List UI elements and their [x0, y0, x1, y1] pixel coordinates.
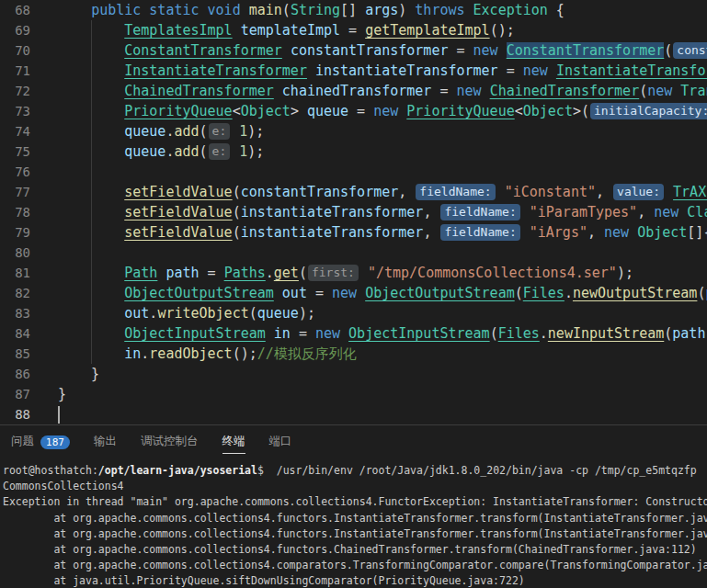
code-token: Files: [523, 285, 564, 301]
code-token: PriorityQueue: [124, 103, 232, 119]
code-line[interactable]: 68 public static void main(String[] args…: [0, 0, 707, 20]
code-token: new: [332, 285, 357, 301]
line-number: 74: [0, 121, 58, 141]
code-token: (: [200, 123, 208, 140]
code-token: (: [299, 265, 307, 281]
code-text: ObjectInputStream in = new ObjectInputSt…: [58, 323, 707, 344]
problems-count-badge: 187: [40, 435, 70, 449]
terminal-text: at org.apache.commons.collections4.compa…: [3, 559, 707, 571]
code-token: constantTransformer: [241, 184, 399, 200]
code-text: queue.add(e: 1);: [58, 141, 707, 162]
line-number: 80: [0, 243, 58, 263]
code-token: ,: [423, 204, 439, 220]
code-token: queue: [124, 143, 165, 160]
panel-tab-ports[interactable]: 端口: [269, 430, 292, 454]
code-line[interactable]: 84 ObjectInputStream in = new ObjectInpu…: [0, 323, 707, 344]
panel-tab-debug-console[interactable]: 调试控制台: [141, 430, 199, 454]
code-editor[interactable]: 68 public static void main(String[] args…: [0, 0, 707, 424]
line-number: 68: [0, 0, 58, 20]
code-line[interactable]: 72 ChainedTransformer chainedTransformer…: [0, 81, 707, 101]
terminal-output[interactable]: root@hosthatch:/opt/learn-java/ysoserial…: [0, 458, 707, 588]
terminal-text: CommonsCollections4: [3, 480, 124, 492]
code-token: [233, 22, 241, 39]
code-token: {: [548, 2, 564, 18]
terminal-text: /opt/learn-java/ysoserial: [98, 464, 257, 477]
code-text: in.readObject();//模拟反序列化: [58, 344, 707, 364]
terminal-text: root@hosthatch:: [3, 464, 98, 477]
code-text: ChainedTransformer chainedTransformer = …: [58, 81, 707, 101]
code-line[interactable]: 69 TemplatesImpl templateImpl = getTempl…: [0, 20, 707, 40]
code-token: );: [247, 143, 264, 160]
code-token: >(: [573, 103, 589, 119]
terminal-line: root@hosthatch:/opt/learn-java/ysoserial…: [3, 463, 707, 479]
code-token: ConstantTransformer: [507, 42, 665, 59]
code-token: []{: [687, 224, 707, 241]
code-line[interactable]: 82 ObjectOutputStream out = new ObjectOu…: [0, 283, 707, 303]
code-token: =: [340, 22, 365, 39]
panel-tab-problems[interactable]: 问题187: [11, 430, 70, 454]
code-token: [665, 184, 673, 200]
code-line[interactable]: 73 PriorityQueue<Object> queue = new Pri…: [0, 101, 707, 121]
code-line[interactable]: 85 in.readObject();//模拟反序列化: [0, 344, 707, 364]
code-token: (: [200, 143, 208, 160]
code-token: );: [299, 305, 315, 322]
code-token: queue: [257, 305, 299, 322]
line-number: 81: [0, 263, 58, 283]
code-token: main: [249, 2, 282, 18]
code-token: [241, 2, 249, 18]
code-line[interactable]: 74 queue.add(e: 1);: [0, 121, 707, 141]
code-token: [200, 2, 208, 18]
code-text: ObjectOutputStream out = new ObjectOutpu…: [58, 283, 707, 303]
line-number: 71: [0, 61, 58, 81]
terminal-line: Exception in thread "main" org.apache.co…: [3, 494, 707, 510]
code-line[interactable]: 87}: [0, 384, 707, 404]
code-token: =: [448, 42, 473, 59]
panel-tab-terminal[interactable]: 终端: [222, 430, 245, 454]
code-token: new: [654, 204, 678, 220]
code-token: =: [291, 325, 315, 342]
code-token: [141, 2, 149, 18]
inlay-hint: e:: [209, 143, 231, 160]
code-token: Object: [523, 103, 573, 119]
bottom-panel: 问题187输出调试控制台终端端口 root@hosthatch:/opt/lea…: [0, 424, 707, 587]
code-line[interactable]: 83 out.writeObject(queue);: [0, 303, 707, 323]
code-token: templateImpl: [241, 22, 340, 39]
code-token: in: [124, 345, 141, 362]
code-line[interactable]: 86 }: [0, 364, 707, 384]
code-text: TemplatesImpl templateImpl = getTemplate…: [58, 20, 707, 40]
line-number: 86: [0, 364, 58, 384]
code-token: =: [348, 103, 373, 119]
code-token: "iConstant": [505, 184, 596, 200]
panel-tab-label: 终端: [222, 430, 245, 454]
code-line[interactable]: 79 setFieldValue(instantiateTransformer,…: [0, 222, 707, 243]
line-number: 72: [0, 81, 58, 101]
code-token: new: [604, 224, 629, 241]
panel-tab-output[interactable]: 输出: [94, 430, 117, 454]
code-token: ConstantTransformer: [124, 42, 282, 59]
panel-tab-bar: 问题187输出调试控制台终端端口: [0, 425, 707, 458]
panel-tab-label: 输出: [94, 430, 117, 454]
code-token: []: [340, 2, 365, 18]
code-line[interactable]: 76: [0, 162, 707, 182]
code-line[interactable]: 71 InstantiateTransformer instantiateTra…: [0, 61, 707, 81]
code-token: [282, 42, 291, 59]
code-line[interactable]: 70 ConstantTransformer constantTransform…: [0, 40, 707, 61]
code-token: InstantiateTransformer: [556, 62, 707, 79]
code-token: ): [398, 2, 415, 18]
code-lines: 68 public static void main(String[] args…: [0, 0, 707, 424]
code-line[interactable]: 77 setFieldValue(constantTransformer, fi…: [0, 182, 707, 202]
terminal-text: at org.apache.commons.collections4.funct…: [3, 527, 707, 540]
code-line[interactable]: 75 queue.add(e: 1);: [0, 141, 707, 162]
code-line[interactable]: 80: [0, 243, 707, 263]
code-token: .: [141, 345, 149, 362]
code-token: path: [165, 265, 199, 281]
code-token: Object: [241, 103, 291, 119]
code-token: ObjectOutputStream: [124, 285, 274, 301]
code-token: PriorityQueue: [406, 103, 514, 119]
code-token: .: [266, 265, 274, 281]
code-line[interactable]: 88: [0, 404, 707, 424]
code-line[interactable]: 78 setFieldValue(instantiateTransformer,…: [0, 202, 707, 222]
code-token: String: [291, 2, 340, 18]
code-token: ObjectOutputStream: [365, 285, 515, 301]
code-line[interactable]: 81 Path path = Paths.get(first: "/tmp/Co…: [0, 263, 707, 283]
